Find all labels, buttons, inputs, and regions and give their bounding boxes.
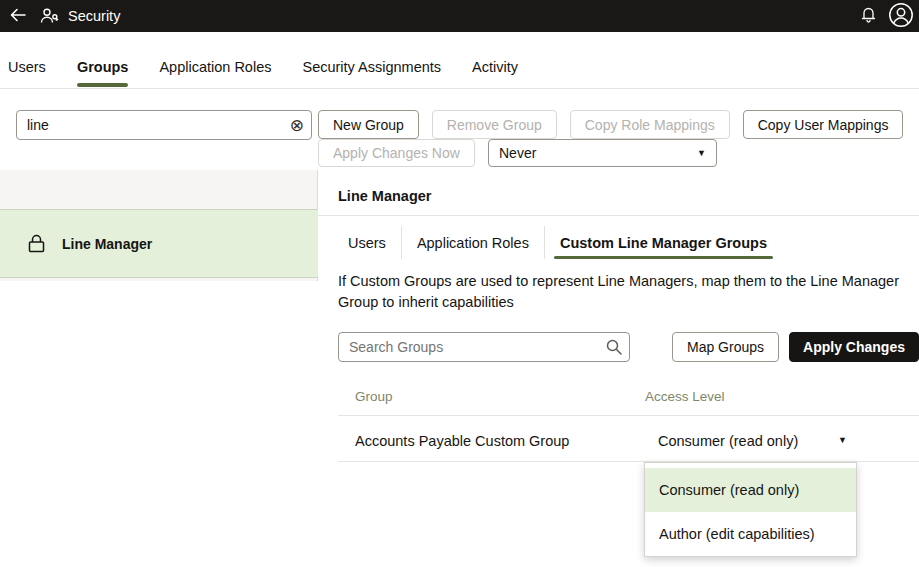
detail-tab-application-roles[interactable]: Application Roles [401, 226, 544, 259]
group-actions-row: New Group Remove Group Copy Role Mapping… [318, 110, 903, 139]
group-search-input[interactable] [16, 110, 312, 140]
security-console: Security Users Groups Application Roles … [0, 0, 919, 567]
apply-changes-now-button: Apply Changes Now [318, 139, 475, 167]
main-tab-bar: Users Groups Application Roles Security … [0, 45, 919, 89]
detail-title: Line Manager [338, 188, 431, 204]
detail-tab-custom-line-manager-groups[interactable]: Custom Line Manager Groups [544, 226, 782, 259]
remove-group-button: Remove Group [432, 110, 557, 139]
groups-search [338, 332, 630, 362]
access-level-menu: Consumer (read only) Author (edit capabi… [644, 462, 857, 557]
tab-users[interactable]: Users [8, 45, 46, 88]
chevron-down-icon[interactable]: ▼ [838, 436, 847, 445]
tab-label: Activity [472, 59, 518, 75]
menu-option-author[interactable]: Author (edit capabilities) [645, 512, 856, 556]
access-level-select[interactable]: Consumer (read only) [658, 433, 798, 449]
tab-application-roles[interactable]: Application Roles [159, 45, 271, 88]
search-icon[interactable] [606, 339, 622, 355]
group-search: ⊗ [16, 110, 312, 140]
detail-tab-users[interactable]: Users [338, 226, 401, 259]
apply-changes-row: Apply Changes Now [318, 139, 475, 167]
tab-label: Application Roles [417, 235, 529, 251]
tab-security-assignments[interactable]: Security Assignments [302, 45, 441, 88]
tab-label: Custom Line Manager Groups [560, 235, 767, 251]
schedule-select[interactable]: Never ▼ [488, 139, 717, 167]
tab-label: Groups [77, 59, 129, 75]
user-menu-button[interactable] [888, 2, 914, 31]
top-bar: Security [0, 0, 919, 32]
clear-search-icon[interactable]: ⊗ [290, 117, 304, 134]
divider [318, 215, 919, 216]
avatar-icon [888, 2, 914, 31]
back-arrow-icon [10, 8, 26, 25]
detail-description: If Custom Groups are used to represent L… [338, 271, 918, 313]
tab-groups[interactable]: Groups [77, 45, 129, 88]
group-column-header: Group [355, 389, 393, 404]
tab-activity[interactable]: Activity [472, 45, 518, 88]
copy-role-mappings-button: Copy Role Mappings [570, 110, 730, 139]
back-button[interactable] [0, 0, 36, 32]
lock-icon [28, 234, 45, 253]
group-list-item-line-manager[interactable]: Line Manager [0, 209, 318, 278]
apply-changes-button[interactable]: Apply Changes [789, 332, 919, 362]
schedule-select-value: Never [499, 145, 536, 161]
bell-icon [861, 6, 876, 26]
page-title: Security [68, 8, 120, 24]
tab-label: Users [8, 59, 46, 75]
tab-label: Users [348, 235, 386, 251]
notifications-button[interactable] [861, 6, 876, 26]
group-item-label: Line Manager [62, 236, 152, 252]
group-cell: Accounts Payable Custom Group [355, 433, 569, 449]
security-app-icon [40, 8, 59, 24]
tab-label: Security Assignments [302, 59, 441, 75]
access-level-column-header: Access Level [645, 389, 725, 404]
menu-option-consumer[interactable]: Consumer (read only) [645, 468, 856, 512]
top-bar-actions [861, 2, 919, 31]
map-groups-button[interactable]: Map Groups [672, 332, 779, 362]
new-group-button[interactable]: New Group [318, 110, 419, 139]
copy-user-mappings-button[interactable]: Copy User Mappings [743, 110, 904, 139]
detail-tab-bar: Users Application Roles Custom Line Mana… [338, 226, 782, 259]
chevron-down-icon: ▼ [697, 149, 706, 158]
divider [338, 415, 919, 416]
groups-search-input[interactable] [338, 332, 630, 362]
tab-label: Application Roles [159, 59, 271, 75]
